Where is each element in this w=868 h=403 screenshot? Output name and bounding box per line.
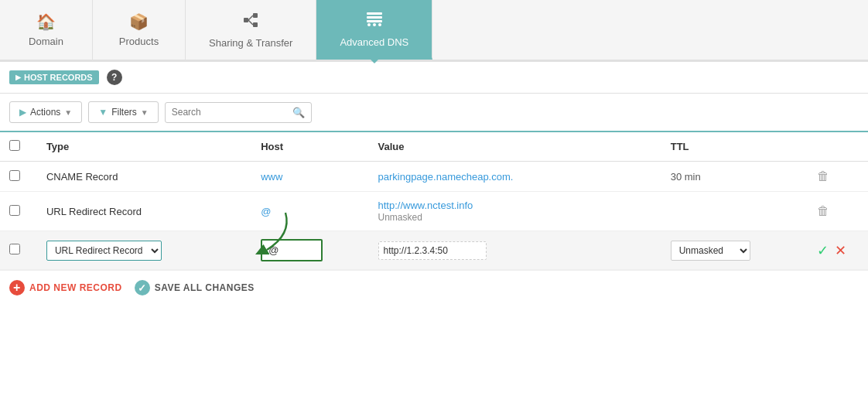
- svg-rect-7: [367, 20, 382, 22]
- row1-host-link[interactable]: www: [261, 171, 282, 183]
- svg-line-4: [248, 20, 253, 25]
- svg-point-8: [367, 23, 371, 26]
- row3-checkbox[interactable]: [9, 244, 20, 254]
- row2-value-link[interactable]: http://www.nctest.info: [378, 200, 473, 211]
- row3-ttl-select[interactable]: Unmasked Masked 301 Redirect: [671, 241, 750, 261]
- row1-checkbox[interactable]: [9, 170, 20, 181]
- tab-domain-label: Domain: [29, 36, 63, 47]
- actions-label: Actions: [30, 107, 60, 118]
- actions-button[interactable]: ▶ Actions ▼: [9, 101, 82, 123]
- row2-delete[interactable]: 🗑: [808, 192, 868, 231]
- row1-delete-icon[interactable]: 🗑: [817, 169, 829, 183]
- row2-ttl: [661, 192, 808, 231]
- advanced-dns-icon: [365, 9, 384, 32]
- domain-icon: 🏠: [36, 12, 56, 31]
- row3-ttl-cell: Unmasked Masked 301 Redirect: [661, 231, 808, 270]
- col-header-type: Type: [37, 132, 251, 162]
- tab-products-label: Products: [119, 36, 159, 47]
- row1-value-link[interactable]: parkingpage.namecheap.com.: [378, 171, 514, 183]
- sharing-icon: [242, 12, 259, 32]
- row1-delete[interactable]: 🗑: [808, 162, 868, 192]
- table-header-row: Type Host Value TTL: [0, 132, 868, 162]
- row2-host-link[interactable]: @: [261, 206, 271, 217]
- row3-host-input[interactable]: [261, 239, 323, 261]
- table-row-editing: URL Redirect Record CNAME Record A Recor…: [0, 231, 868, 270]
- col-header-host: Host: [251, 132, 368, 162]
- col-header-value: Value: [369, 132, 661, 162]
- row2-host: @: [251, 192, 368, 231]
- filters-chevron: ▼: [141, 108, 149, 117]
- toolbar: ▶ Actions ▼ ▼ Filters ▼ 🔍: [0, 94, 868, 132]
- table-footer: + ADD NEW RECORD ✓ SAVE ALL CHANGES: [0, 270, 868, 305]
- row3-type-select[interactable]: URL Redirect Record CNAME Record A Recor…: [46, 241, 162, 261]
- add-new-record-button[interactable]: + ADD NEW RECORD: [9, 280, 122, 295]
- col-header-ttl: TTL: [661, 132, 808, 162]
- search-icon: 🔍: [292, 107, 305, 118]
- tab-sharing-label: Sharing & Transfer: [209, 37, 292, 49]
- tab-sharing[interactable]: Sharing & Transfer: [186, 0, 316, 60]
- row2-value: http://www.nctest.info Unmasked: [369, 192, 661, 231]
- row2-type: URL Redirect Record: [37, 192, 251, 231]
- col-header-actions: [808, 132, 868, 162]
- tab-advanced-dns-label: Advanced DNS: [340, 36, 408, 48]
- row1-ttl: 30 min: [661, 162, 808, 192]
- row3-type-cell: URL Redirect Record CNAME Record A Recor…: [37, 231, 251, 270]
- row2-value2: Unmasked: [378, 212, 422, 223]
- save-all-label: SAVE ALL CHANGES: [155, 282, 255, 293]
- filters-button[interactable]: ▼ Filters ▼: [88, 101, 158, 123]
- host-records-label: HOST RECORDS: [24, 73, 93, 82]
- filter-icon: ▼: [98, 107, 108, 118]
- row1-type: CNAME Record: [37, 162, 251, 192]
- tab-advanced-dns[interactable]: Advanced DNS: [316, 0, 432, 60]
- play-icon: ▶: [19, 107, 26, 118]
- table-row: URL Redirect Record @ http://www.nctest.…: [0, 192, 868, 231]
- row1-host: www: [251, 162, 368, 192]
- action-icons-group: ✓ ✕: [817, 242, 859, 259]
- svg-rect-1: [253, 13, 258, 18]
- select-all-checkbox[interactable]: [9, 140, 20, 151]
- host-records-badge: HOST RECORDS: [9, 70, 99, 84]
- svg-rect-2: [253, 22, 258, 27]
- tab-products[interactable]: 📦 Products: [93, 0, 186, 60]
- row3-confirm-icon[interactable]: ✓: [817, 242, 829, 259]
- svg-rect-6: [367, 16, 382, 19]
- svg-rect-5: [367, 12, 382, 15]
- row3-action-icons: ✓ ✕: [808, 231, 868, 270]
- tab-domain[interactable]: 🏠 Domain: [0, 0, 93, 60]
- row2-delete-icon[interactable]: 🗑: [817, 204, 829, 217]
- arrow-container: [261, 239, 359, 261]
- search-input[interactable]: [172, 107, 288, 118]
- add-new-label: ADD NEW RECORD: [29, 282, 122, 293]
- row3-value-input[interactable]: [378, 241, 487, 260]
- tab-bar: 🏠 Domain 📦 Products Sharing & Transfer A…: [0, 0, 868, 62]
- row2-checkbox[interactable]: [9, 205, 20, 216]
- table-row: CNAME Record www parkingpage.namecheap.c…: [0, 162, 868, 192]
- save-all-changes-button[interactable]: ✓ SAVE ALL CHANGES: [135, 280, 255, 295]
- svg-point-10: [378, 23, 381, 26]
- search-box[interactable]: 🔍: [165, 102, 312, 123]
- svg-line-3: [248, 15, 253, 20]
- filters-label: Filters: [111, 107, 137, 118]
- row3-host-cell: [251, 231, 368, 270]
- section-header: HOST RECORDS ?: [0, 62, 868, 94]
- row1-value: parkingpage.namecheap.com.: [369, 162, 661, 192]
- save-check-icon: ✓: [135, 280, 150, 295]
- records-table: Type Host Value TTL CNAME Record www par…: [0, 132, 868, 270]
- row3-cancel-icon[interactable]: ✕: [835, 242, 846, 259]
- row3-value-cell: [369, 231, 661, 270]
- svg-point-9: [373, 23, 376, 26]
- svg-rect-0: [244, 18, 248, 22]
- actions-chevron: ▼: [64, 108, 72, 117]
- help-icon[interactable]: ?: [107, 70, 122, 85]
- plus-circle-icon: +: [9, 280, 25, 295]
- products-icon: 📦: [129, 12, 149, 31]
